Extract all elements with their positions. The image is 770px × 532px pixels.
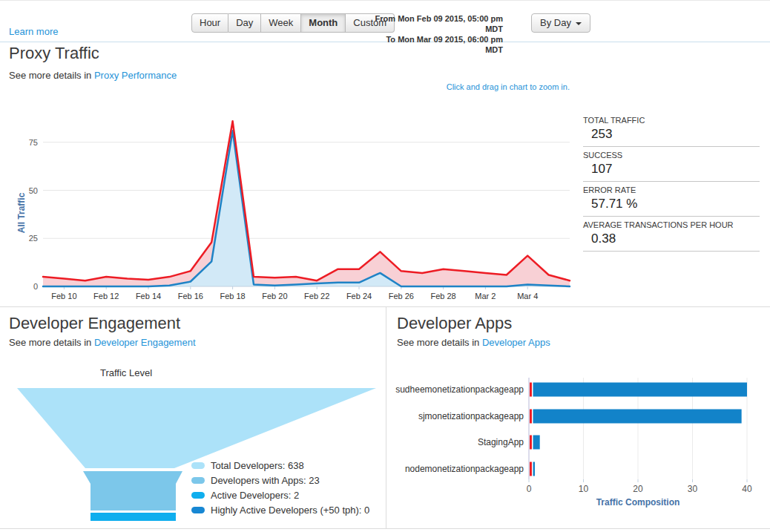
x-tick-label: Feb 14: [136, 292, 161, 301]
funnel-stage-total-developers: [17, 388, 376, 468]
date-range: From Mon Feb 09 2015, 05:00 pm MDT To Mo…: [367, 13, 503, 55]
stat-value: 57.71 %: [583, 197, 760, 211]
group-by-label: By Day: [540, 17, 571, 28]
date-from-text: From Mon Feb 09 2015, 05:00 pm MDT: [367, 13, 503, 34]
traffic-area: [43, 121, 570, 286]
x-tick-label: Feb 10: [51, 292, 76, 301]
app-label: sudheemonetizationpackageapp: [395, 384, 524, 395]
success-area: [43, 131, 570, 286]
subtitle-text: See more details in: [9, 70, 94, 81]
traffic-line: [43, 121, 570, 280]
legend-item[interactable]: Active Developers: 2: [191, 487, 369, 502]
range-button-day[interactable]: Day: [228, 13, 261, 33]
proxy-traffic-chart[interactable]: 0255075Feb 10Feb 12Feb 14Feb 16Feb 18Feb…: [15, 102, 580, 303]
toolbar: Learn more HourDayWeekMonthCustom From M…: [0, 1, 770, 42]
x-tick-label: Feb 18: [220, 292, 245, 301]
x-axis-title: Traffic Composition: [596, 497, 680, 508]
funnel-legend: Total Developers: 638Developers with App…: [191, 458, 369, 517]
caret-down-icon: [576, 22, 582, 25]
analytics-dashboard: Learn more HourDayWeekMonthCustom From M…: [0, 0, 770, 532]
x-tick-label: Feb 16: [178, 292, 203, 301]
y-tick-label: 50: [29, 186, 38, 195]
learn-more-link[interactable]: Learn more: [9, 26, 58, 37]
legend-item[interactable]: Developers with Apps: 23: [191, 473, 369, 487]
x-tick-label: Feb 22: [304, 292, 329, 301]
x-tick-label: Feb 28: [430, 292, 455, 301]
x-tick-label: Feb 12: [93, 292, 119, 301]
traffic-bar: [533, 462, 536, 476]
stat-value: 253: [583, 127, 760, 142]
legend-swatch: [191, 507, 205, 513]
legend-item[interactable]: Highly Active Developers (+50 tph): 0: [191, 502, 369, 517]
traffic-bar: [533, 410, 742, 424]
stat-average-transactions-per-hour: AVERAGE TRANSACTIONS PER HOUR0.38: [583, 217, 760, 252]
bottom-divider: [0, 528, 770, 529]
traffic-bar: [533, 436, 540, 450]
legend-label: Active Developers: 2: [211, 490, 299, 501]
x-tick-label: 0: [527, 484, 532, 494]
legend-swatch: [191, 462, 205, 469]
x-tick-label: Mar 4: [517, 292, 538, 301]
stat-value: 107: [583, 162, 760, 177]
x-tick-label: Mar 2: [475, 292, 496, 301]
app-label: StagingApp: [478, 437, 524, 447]
x-tick-label: 10: [579, 484, 589, 494]
y-tick-label: 25: [29, 234, 38, 243]
traffic-stats-panel: TOTAL TRAFFIC253SUCCESS107ERROR RATE57.7…: [583, 112, 760, 252]
developer-engagement-link[interactable]: Developer Engagement: [94, 337, 196, 348]
stat-label: AVERAGE TRANSACTIONS PER HOUR: [583, 220, 760, 229]
legend-label: Total Developers: 638: [211, 460, 304, 471]
proxy-traffic-subtitle: See more details in Proxy Performance: [9, 70, 177, 81]
proxy-performance-link[interactable]: Proxy Performance: [94, 70, 177, 81]
x-tick-label: Feb 26: [389, 292, 414, 301]
group-by-dropdown[interactable]: By Day: [531, 13, 590, 33]
developer-engagement-subtitle: See more details in Developer Engagement: [9, 337, 196, 348]
section-divider: [0, 306, 770, 307]
legend-swatch: [191, 492, 205, 499]
stat-label: ERROR RATE: [583, 185, 760, 194]
proxy-traffic-title: Proxy Traffic: [9, 44, 99, 63]
app-label: sjmonetizationpackageapp: [418, 411, 524, 421]
error-bar: [530, 410, 532, 424]
y-tick-label: 75: [29, 138, 38, 147]
date-to-text: To Mon Mar 09 2015, 06:00 pm MDT: [367, 34, 503, 55]
subtitle-text: See more details in: [397, 337, 482, 348]
x-tick-label: 30: [688, 484, 698, 494]
legend-item[interactable]: Total Developers: 638: [191, 458, 369, 473]
developer-apps-subtitle: See more details in Developer Apps: [397, 337, 550, 348]
stat-error-rate: ERROR RATE57.71 %: [583, 182, 760, 217]
error-bar: [530, 462, 532, 476]
error-bar: [530, 383, 532, 397]
range-button-group: HourDayWeekMonthCustom: [191, 13, 395, 33]
x-tick-label: Feb 20: [262, 292, 287, 301]
funnel-title: Traffic Level: [11, 367, 241, 378]
funnel-stage-developers-with-apps: [83, 471, 182, 510]
stat-total-traffic: TOTAL TRAFFIC253: [583, 112, 760, 147]
developer-engagement-title: Developer Engagement: [9, 314, 180, 333]
range-button-hour[interactable]: Hour: [191, 13, 228, 33]
legend-swatch: [191, 477, 205, 484]
success-line: [43, 131, 570, 286]
x-tick-label: 20: [633, 484, 643, 494]
vertical-divider: [386, 306, 386, 528]
traffic-bar: [533, 383, 748, 397]
y-axis-title: All Traffic: [16, 192, 27, 233]
legend-label: Highly Active Developers (+50 tph): 0: [211, 505, 369, 516]
developer-apps-chart: 010203040sudheemonetizationpackageappsjm…: [392, 372, 766, 513]
range-button-week[interactable]: Week: [261, 13, 301, 33]
x-tick-label: Feb 24: [346, 292, 372, 301]
funnel-stage-active-developers: [91, 513, 176, 521]
stat-success: SUCCESS107: [583, 147, 760, 182]
legend-label: Developers with Apps: 23: [211, 475, 320, 486]
stat-label: TOTAL TRAFFIC: [583, 116, 760, 125]
error-bar: [530, 436, 532, 450]
x-tick-label: 40: [742, 484, 752, 494]
stat-value: 0.38: [583, 231, 760, 246]
zoom-hint: Click and drag in chart to zoom in.: [386, 82, 570, 91]
stat-label: SUCCESS: [583, 151, 760, 160]
developer-apps-title: Developer Apps: [397, 314, 512, 333]
app-label: nodemonetizationpackageapp: [405, 464, 524, 474]
range-button-month[interactable]: Month: [301, 13, 346, 33]
subtitle-text: See more details in: [9, 337, 94, 348]
developer-apps-link[interactable]: Developer Apps: [482, 337, 550, 348]
